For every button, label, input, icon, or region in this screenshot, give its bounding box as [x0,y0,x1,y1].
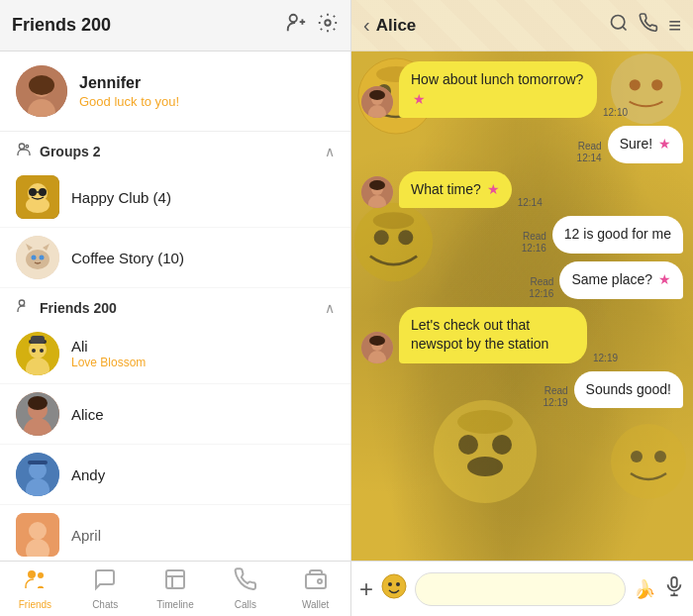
chat-input[interactable] [415,572,626,606]
left-panel: Jennifer Good luck to you! Groups 2 ∧ [0,51,351,561]
list-item[interactable]: Coffee Story (10) [0,228,350,288]
friends-header[interactable]: Friends 200 ∧ [0,288,350,324]
top-bar-left: Friends 200 [0,0,351,51]
svg-line-5 [623,27,627,31]
message-row: Read 12:19 Sounds good! [361,371,683,409]
friends-icon [16,298,32,318]
chat-menu-icon[interactable]: ≡ [668,13,681,39]
svg-point-3 [325,20,331,26]
read-receipt: Read [530,276,553,287]
list-item[interactable]: Andy [0,445,350,505]
message-bubble: Sure! ★ [608,126,683,163]
svg-rect-30 [31,336,45,344]
add-friend-icon[interactable] [285,12,307,39]
svg-point-25 [19,300,24,305]
avatar [361,332,393,363]
svg-point-22 [40,256,45,260]
top-bar-right: ‹ Alice ≡ [351,0,693,51]
avatar [16,453,59,496]
list-item[interactable]: Alice [0,384,350,445]
nav-calls-label: Calls [235,599,256,610]
svg-rect-85 [671,576,677,586]
svg-point-75 [28,570,36,578]
message-text: What time? [411,181,481,197]
friends-section-title: Friends 200 [40,300,325,316]
nav-calls[interactable]: Calls [210,562,280,616]
add-attachment-button[interactable]: + [359,575,373,603]
list-item[interactable]: April [0,505,350,561]
message-row: Read 12:14 Sure! ★ [361,126,683,163]
top-bar-left-icons [285,12,339,39]
groups-header[interactable]: Groups 2 ∧ [0,132,350,167]
chat-messages: How about lunch tomorrow? ★ 12:10 Read 1… [351,51,693,561]
chat-search-icon[interactable] [609,13,629,38]
star-icon: ★ [487,181,500,197]
svg-point-16 [29,188,37,196]
message-text: Sure! [620,136,652,152]
svg-point-83 [388,582,392,586]
back-icon[interactable]: ‹ [363,14,370,37]
contact-name: Andy [71,466,105,483]
calls-nav-icon [234,567,257,597]
settings-icon[interactable] [317,12,339,39]
bottom-nav: Friends Chats Timeline Calls Wallet [0,561,693,616]
profile-status: Good luck to you! [79,94,179,109]
message-row: Let's check out that newspot by the stat… [361,307,683,363]
list-item[interactable]: Ali Love Blossom [0,324,350,384]
message-meta: 12:19 [593,353,618,363]
profile-info: Jennifer Good luck to you! [79,74,179,109]
avatar [16,175,59,219]
svg-point-82 [382,574,406,598]
top-bar-right-icons: ≡ [609,13,681,39]
message-row: How about lunch tomorrow? ★ 12:10 [361,61,683,118]
svg-point-66 [369,90,385,100]
list-item[interactable]: Happy Club (4) [0,167,350,228]
message-meta: 12:14 [518,197,543,208]
avatar [16,513,59,557]
top-bar: Friends 200 ‹ Alice ≡ [0,0,693,51]
message-bubble: Same place? ★ [559,261,683,299]
nav-wallet[interactable]: Wallet [280,562,350,616]
bottom-nav-left: Friends Chats Timeline Calls Wallet [0,562,351,616]
emoji-button[interactable] [381,573,407,605]
read-receipt: Read [544,385,568,396]
star-icon: ★ [658,271,671,287]
contact-name: April [71,527,101,544]
message-row: Read 12:16 12 is good for me [361,216,683,254]
avatar [16,236,59,279]
chat-title: Alice [376,16,609,36]
message-meta: Read 12:16 [529,276,553,299]
svg-point-31 [32,349,36,353]
message-time: 12:16 [529,288,553,299]
main-content: Jennifer Good luck to you! Groups 2 ∧ [0,51,693,561]
read-receipt: Read [523,231,546,242]
banana-icon: 🍌 [634,578,655,600]
message-bubble: Let's check out that newspot by the stat… [399,307,587,363]
groups-icon [16,142,32,161]
nav-friends[interactable]: Friends [0,562,70,616]
nav-chats-label: Chats [92,599,118,610]
svg-point-76 [38,572,44,578]
message-bubble: What time? ★ [399,171,512,209]
nav-timeline[interactable]: Timeline [141,562,211,616]
timeline-nav-icon [163,567,187,597]
star-icon: ★ [658,136,671,152]
contact-status: Love Blossom [71,356,146,369]
profile-section: Jennifer Good luck to you! [0,51,350,132]
contact-name: Alice [71,406,104,423]
nav-chats[interactable]: Chats [70,562,141,616]
star-icon: ★ [413,91,426,107]
svg-point-17 [39,188,47,196]
chat-panel: How about lunch tomorrow? ★ 12:10 Read 1… [351,51,693,561]
message-text: 12 is good for me [564,226,671,242]
chat-input-bar: + 🍌 [351,562,693,616]
svg-point-36 [28,396,48,410]
avatar [361,86,393,118]
chat-phone-icon[interactable] [639,13,658,38]
mic-button[interactable] [663,575,685,603]
friends-chevron-icon: ∧ [325,300,335,316]
svg-point-74 [369,336,385,346]
groups-title: Groups 2 [40,144,325,159]
nav-friends-label: Friends [19,599,51,610]
wallet-nav-icon [304,567,328,597]
